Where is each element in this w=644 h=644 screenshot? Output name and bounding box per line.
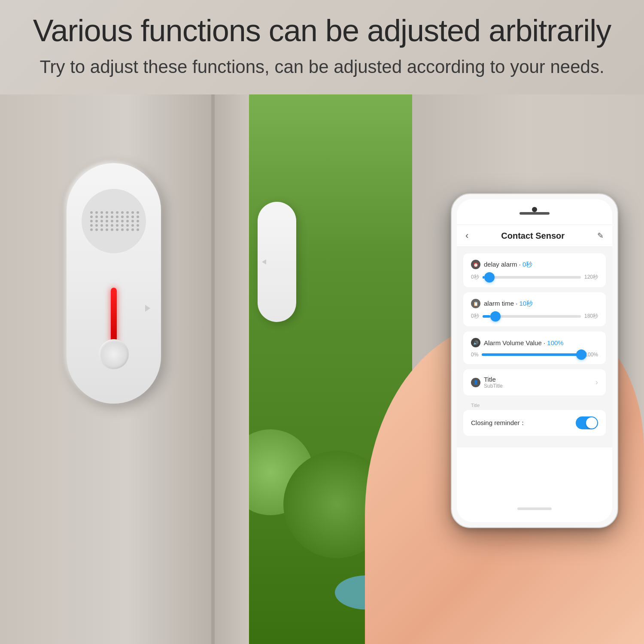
delay-alarm-thumb[interactable] bbox=[484, 272, 495, 283]
delay-alarm-slider-container: 0秒 120秒 bbox=[471, 273, 598, 281]
speaker-dot bbox=[111, 228, 113, 231]
door-frame-right bbox=[215, 94, 249, 644]
speaker-dot bbox=[90, 216, 93, 218]
delay-alarm-setting: ⏰ delay alarm · 0秒 0秒 120秒 bbox=[463, 253, 606, 287]
speaker-dot bbox=[95, 220, 98, 222]
speaker-dot bbox=[121, 224, 124, 227]
phone-camera bbox=[532, 207, 537, 212]
speaker-dot bbox=[90, 220, 93, 222]
alarm-time-max: 180秒 bbox=[584, 313, 598, 320]
speaker-dot bbox=[100, 216, 103, 218]
speaker-dot bbox=[95, 211, 98, 214]
speaker-dot bbox=[126, 216, 129, 218]
back-button[interactable]: ‹ bbox=[465, 230, 468, 241]
page-container: Various functions can be adjusted arbitr… bbox=[0, 0, 644, 644]
speaker-dot bbox=[100, 224, 103, 227]
nav-chevron-icon: › bbox=[595, 378, 598, 387]
phone-hand-container: ‹ Contact Sensor ✎ ⏰ delay alarm · 0秒 0秒 bbox=[352, 172, 644, 644]
alarm-volume-setting: 🔊 Alarm Volume Value · 100% 0% 100% bbox=[463, 331, 606, 364]
speaker-dot bbox=[100, 220, 103, 222]
speaker-dot bbox=[126, 228, 129, 231]
alarm-time-track[interactable] bbox=[483, 315, 581, 318]
alarm-time-icon: 📋 bbox=[471, 299, 480, 308]
home-indicator[interactable] bbox=[517, 507, 552, 510]
title-nav-icon: 👤 bbox=[471, 378, 480, 387]
alarm-volume-thumb[interactable] bbox=[576, 349, 586, 360]
speaker-dot bbox=[95, 216, 98, 218]
alarm-volume-label-row: 🔊 Alarm Volume Value · 100% bbox=[471, 338, 598, 347]
phone-screen: ‹ Contact Sensor ✎ ⏰ delay alarm · 0秒 0秒 bbox=[457, 199, 612, 522]
speaker-dot bbox=[116, 228, 118, 231]
alarm-volume-min: 0% bbox=[471, 352, 478, 358]
sensor-arrow bbox=[145, 305, 150, 312]
speaker-dot bbox=[95, 224, 98, 227]
alarm-time-fill bbox=[483, 315, 490, 318]
delay-alarm-label-row: ⏰ delay alarm · 0秒 bbox=[471, 260, 598, 269]
delay-alarm-track[interactable] bbox=[483, 276, 581, 279]
delay-alarm-icon: ⏰ bbox=[471, 260, 480, 269]
speaker-dot bbox=[90, 211, 93, 214]
speaker-dot bbox=[137, 228, 139, 231]
speaker-dot bbox=[116, 216, 118, 218]
sensor-small-unit bbox=[258, 202, 296, 322]
nav-item-title: Title bbox=[484, 376, 503, 383]
nav-item-subtitle: SubTitle bbox=[484, 383, 503, 389]
speaker-dot bbox=[106, 228, 108, 231]
speaker-dot bbox=[121, 216, 124, 218]
speaker-dot bbox=[100, 211, 103, 214]
speaker-dot bbox=[126, 211, 129, 214]
sub-title: Try to adjust these functions, can be ad… bbox=[0, 57, 644, 77]
speaker-dot bbox=[106, 224, 108, 227]
title-nav-row[interactable]: 👤 Title SubTitle › bbox=[463, 369, 606, 395]
speaker-dot bbox=[137, 224, 139, 227]
speaker-dot bbox=[131, 224, 134, 227]
speaker-dot bbox=[111, 216, 113, 218]
alarm-time-setting: 📋 alarm time · 10秒 0秒 180秒 bbox=[463, 292, 606, 326]
closing-reminder-toggle[interactable] bbox=[576, 416, 598, 429]
alarm-time-thumb[interactable] bbox=[490, 311, 501, 322]
title-nav-row-left: 👤 Title SubTitle bbox=[471, 376, 503, 389]
speaker-dot bbox=[116, 211, 118, 214]
speaker-dot bbox=[131, 216, 134, 218]
app-title: Contact Sensor bbox=[501, 231, 565, 241]
app-header: ‹ Contact Sensor ✎ bbox=[457, 225, 612, 247]
sensor-button[interactable] bbox=[99, 339, 129, 369]
title-nav-labels: Title SubTitle bbox=[484, 376, 503, 389]
sensor-speaker bbox=[82, 189, 146, 253]
speaker-dot bbox=[121, 220, 124, 222]
alarm-time-name: alarm time · 10秒 bbox=[484, 300, 533, 308]
speaker-dot bbox=[137, 220, 139, 222]
main-title: Various functions can be adjusted arbitr… bbox=[0, 13, 644, 48]
closing-reminder-row: Closing reminder： bbox=[463, 410, 606, 436]
speaker-dot bbox=[90, 228, 93, 231]
speaker-dot bbox=[100, 228, 103, 231]
alarm-time-slider-container: 0秒 180秒 bbox=[471, 313, 598, 320]
delay-alarm-max: 120秒 bbox=[584, 273, 598, 281]
alarm-time-min: 0秒 bbox=[471, 313, 479, 320]
phone-device: ‹ Contact Sensor ✎ ⏰ delay alarm · 0秒 0秒 bbox=[451, 193, 618, 528]
alarm-volume-track[interactable] bbox=[482, 353, 581, 356]
alarm-time-label-row: 📋 alarm time · 10秒 bbox=[471, 299, 598, 308]
speaker-dot bbox=[137, 211, 139, 214]
speaker-dot bbox=[106, 220, 108, 222]
alarm-volume-value: 100% bbox=[547, 339, 563, 346]
alarm-volume-slider-container: 0% 100% bbox=[471, 352, 598, 358]
app-content: ⏰ delay alarm · 0秒 0秒 120秒 bbox=[457, 247, 612, 447]
speaker-dot bbox=[111, 224, 113, 227]
speaker-dot bbox=[121, 211, 124, 214]
header-section: Various functions can be adjusted arbitr… bbox=[0, 13, 644, 77]
speaker-dot bbox=[121, 228, 124, 231]
delay-alarm-name: delay alarm · 0秒 bbox=[484, 261, 532, 269]
closing-reminder-label: Closing reminder： bbox=[471, 419, 526, 427]
speaker-dot bbox=[126, 220, 129, 222]
speaker-dot bbox=[106, 211, 108, 214]
speaker-dot bbox=[106, 216, 108, 218]
speaker-dot bbox=[116, 224, 118, 227]
alarm-volume-name: Alarm Volume Value · 100% bbox=[484, 339, 564, 346]
delay-alarm-min: 0秒 bbox=[471, 273, 479, 281]
sensor-small-arrow bbox=[262, 259, 266, 264]
edit-button[interactable]: ✎ bbox=[597, 231, 604, 240]
speaker-dot bbox=[90, 224, 93, 227]
speaker-dots-grid bbox=[82, 203, 146, 240]
delay-alarm-value: 0秒 bbox=[522, 261, 532, 268]
